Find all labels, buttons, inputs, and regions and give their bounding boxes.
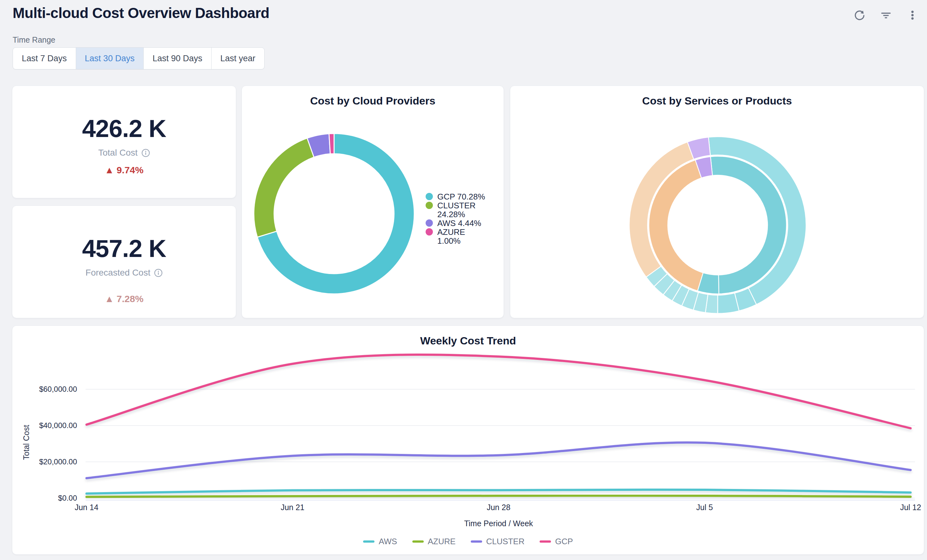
legend-label: AWS (378, 537, 397, 546)
time-range-option-last-90-days[interactable]: Last 90 Days (144, 48, 211, 69)
legend-label: CLUSTER 24.28% (437, 201, 487, 219)
filter-button[interactable] (879, 8, 893, 22)
y-axis-tick: $60,000.00 (12, 384, 77, 394)
legend-label: AZURE 1.00% (437, 228, 487, 245)
refresh-icon (853, 9, 865, 21)
line-series-gcp[interactable] (87, 355, 910, 428)
kpi-label-text: Forecasted Cost (85, 268, 150, 277)
legend-label: CLUSTER (486, 537, 524, 546)
line-series-cluster[interactable] (87, 443, 910, 478)
legend-label: GCP 70.28% (437, 192, 485, 201)
refresh-button[interactable] (853, 8, 866, 22)
legend-dot (426, 228, 433, 235)
y-axis-tick: $0.00 (12, 493, 77, 503)
legend-item-gcp[interactable]: GCP 70.28% (426, 192, 487, 201)
kpi-card-total-cost: 426.2 K Total Cost ▲ 9.74% (12, 85, 236, 198)
legend-dash (539, 540, 551, 543)
trend-legend-item-cluster[interactable]: CLUSTER (471, 537, 524, 546)
x-axis-tick: Jun 14 (61, 502, 112, 512)
kpi-card-forecasted-cost: 457.2 K Forecasted Cost ▲ 7.28% (12, 205, 236, 318)
delta-up-icon: ▲ (105, 165, 114, 175)
legend-dash (412, 540, 424, 543)
dashboard-page: Multi-cloud Cost Overview Dashboard Time… (0, 0, 927, 560)
legend-label: AWS 4.44% (437, 219, 481, 228)
donut-slice-azure[interactable] (329, 134, 334, 154)
kpi-value: 457.2 K (82, 236, 166, 261)
filter-icon (880, 9, 892, 21)
x-axis-tick: Jun 21 (267, 502, 318, 512)
header-actions (853, 8, 919, 22)
donut-slice-cluster[interactable] (254, 138, 314, 237)
info-icon[interactable] (141, 149, 150, 157)
x-axis-tick: Jun 28 (473, 502, 524, 512)
line-series-aws[interactable] (87, 490, 910, 493)
delta-up-icon: ▲ (105, 294, 114, 304)
x-axis-tick: Jul 12 (885, 502, 927, 512)
kpi-label: Total Cost (98, 148, 150, 157)
trend-legend-item-azure[interactable]: AZURE (412, 537, 456, 546)
sunburst-chart[interactable] (510, 86, 924, 318)
more-menu-button[interactable] (906, 8, 919, 22)
cost-by-services-card: Cost by Services or Products (510, 85, 924, 318)
legend-dash (363, 540, 374, 543)
delta-value: 9.74% (117, 165, 143, 175)
legend-item-azure[interactable]: AZURE 1.00% (426, 228, 487, 245)
time-range-option-last-7-days[interactable]: Last 7 Days (13, 48, 76, 69)
x-axis-tick: Jul 5 (679, 502, 730, 512)
x-axis-title: Time Period / Week (451, 519, 546, 528)
kpi-label: Forecasted Cost (85, 268, 163, 277)
legend-dot (426, 202, 433, 209)
legend-label: AZURE (428, 537, 456, 546)
legend-item-aws[interactable]: AWS 4.44% (426, 219, 487, 228)
legend-dot (426, 193, 433, 200)
donut-legend: GCP 70.28%CLUSTER 24.28%AWS 4.44%AZURE 1… (426, 192, 487, 245)
info-icon[interactable] (154, 269, 163, 277)
line-series-azure[interactable] (87, 496, 910, 497)
time-range-option-last-year[interactable]: Last year (211, 48, 264, 69)
kpi-value: 426.2 K (82, 116, 166, 141)
legend-dot (426, 219, 433, 227)
kpi-label-text: Total Cost (98, 148, 138, 157)
kpi-delta: ▲ 9.74% (105, 165, 144, 175)
y-axis-title: Total Cost (22, 425, 31, 460)
delta-value: 7.28% (117, 294, 143, 304)
legend-label: GCP (555, 537, 573, 546)
legend-dash (471, 540, 482, 543)
weekly-cost-trend-card: Weekly Cost Trend $0.00$20,000.00$40,000… (12, 325, 924, 555)
trend-legend-item-aws[interactable]: AWS (363, 537, 397, 546)
page-title: Multi-cloud Cost Overview Dashboard (13, 5, 269, 21)
kpi-delta: ▲ 7.28% (105, 294, 144, 304)
time-range-control: Last 7 DaysLast 30 DaysLast 90 DaysLast … (13, 47, 264, 70)
time-range-option-last-30-days[interactable]: Last 30 Days (76, 48, 144, 69)
time-range-label: Time Range (13, 35, 55, 44)
legend-item-cluster[interactable]: CLUSTER 24.28% (426, 201, 487, 219)
trend-legend-item-gcp[interactable]: GCP (539, 537, 573, 546)
cost-by-cloud-providers-card: Cost by Cloud Providers GCP 70.28%CLUSTE… (242, 85, 504, 318)
line-chart-legend: AWSAZURECLUSTERGCP (12, 537, 924, 546)
kebab-menu-icon (906, 9, 918, 21)
